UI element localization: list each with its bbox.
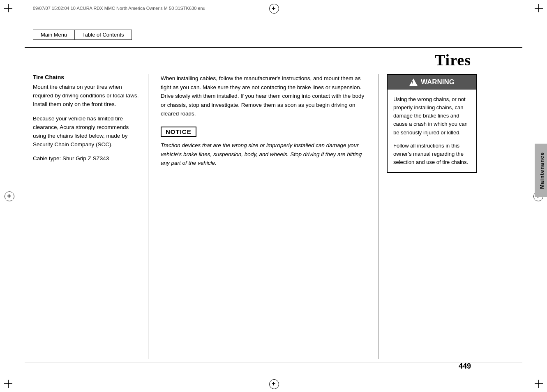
warning-body: Using the wrong chains, or not properly … xyxy=(388,90,476,172)
warning-label: WARNING xyxy=(421,78,455,86)
content-area: Tire Chains Mount tire chains on your ti… xyxy=(33,74,477,359)
left-para3: Cable type: Shur Grip Z SZ343 xyxy=(33,154,140,163)
toc-button[interactable]: Table of Contents xyxy=(74,30,132,40)
crosshair-left xyxy=(4,191,14,201)
main-menu-button[interactable]: Main Menu xyxy=(33,30,74,40)
notice-label: NOTICE xyxy=(161,127,196,137)
left-para2: Because your vehicle has limited tire cl… xyxy=(33,115,140,149)
warning-box: WARNING Using the wrong chains, or not p… xyxy=(387,74,477,173)
page-title: Tires xyxy=(435,51,471,69)
notice-text: Traction devices that are the wrong size… xyxy=(161,141,366,168)
nav-buttons: Main Menu Table of Contents xyxy=(33,30,132,40)
right-column: WARNING Using the wrong chains, or not p… xyxy=(379,74,477,359)
crosshair-bottom xyxy=(269,379,279,389)
warning-triangle-icon xyxy=(409,78,418,86)
header-rule xyxy=(25,47,522,48)
center-main-text: When installing cables, follow the manuf… xyxy=(161,74,366,118)
footer-rule xyxy=(25,362,522,362)
section-title: Tire Chains xyxy=(33,74,140,81)
corner-mark-br xyxy=(531,376,543,388)
left-column: Tire Chains Mount tire chains on your ti… xyxy=(33,74,148,359)
header-area: 09/07/07 15:02:04 10 ACURA RDX MMC North… xyxy=(0,0,547,30)
warning-para2: Follow all instructions in this owner's … xyxy=(393,142,471,166)
page-number: 449 xyxy=(459,362,471,371)
warning-header: WARNING xyxy=(388,75,476,90)
file-info: 09/07/07 15:02:04 10 ACURA RDX MMC North… xyxy=(33,6,205,11)
corner-mark-bl xyxy=(4,376,16,388)
side-tab: Maintenance xyxy=(535,144,547,197)
center-column: When installing cables, follow the manuf… xyxy=(148,74,379,359)
warning-para1: Using the wrong chains, or not properly … xyxy=(393,95,471,137)
left-para1: Mount tire chains on your tires when req… xyxy=(33,83,140,109)
